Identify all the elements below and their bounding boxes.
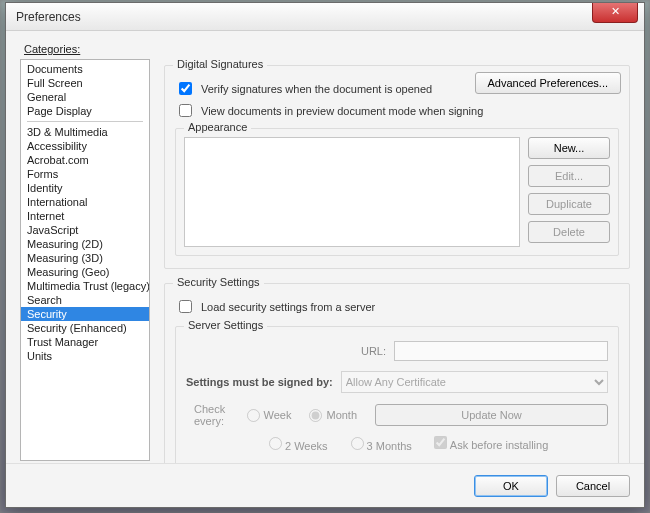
main-panel: Digital Signatures Advanced Preferences.…: [164, 59, 630, 461]
group-heading: Digital Signatures: [173, 58, 267, 70]
sidebar-item[interactable]: Accessibility: [21, 139, 149, 153]
new-appearance-button[interactable]: New...: [528, 137, 610, 159]
ask-before-installing-checkbox[interactable]: [434, 436, 447, 449]
sidebar-item[interactable]: Multimedia Trust (legacy): [21, 279, 149, 293]
security-settings-group: Security Settings Load security settings…: [164, 283, 630, 478]
check-every-label: Check every:: [194, 403, 229, 427]
preferences-dialog: Preferences ✕ Categories: Documents Full…: [5, 2, 645, 508]
url-input[interactable]: [394, 341, 608, 361]
digital-signatures-group: Digital Signatures Advanced Preferences.…: [164, 65, 630, 269]
preview-mode-label: View documents in preview document mode …: [201, 105, 483, 117]
appearance-group: Appearance New... Edit... Duplicate Dele…: [175, 128, 619, 256]
categories-list[interactable]: Documents Full Screen General Page Displ…: [20, 59, 150, 461]
sidebar-item[interactable]: General: [21, 90, 149, 104]
sidebar-item[interactable]: Trust Manager: [21, 335, 149, 349]
interval-3months-radio[interactable]: [351, 437, 364, 450]
advanced-preferences-button[interactable]: Advanced Preferences...: [475, 72, 621, 94]
url-label: URL:: [186, 345, 386, 357]
verify-signatures-label: Verify signatures when the document is o…: [201, 83, 432, 95]
close-button[interactable]: ✕: [592, 3, 638, 23]
sidebar-item[interactable]: Forms: [21, 167, 149, 181]
categories-label: Categories:: [24, 43, 630, 55]
sidebar-item[interactable]: Measuring (Geo): [21, 265, 149, 279]
cancel-button[interactable]: Cancel: [556, 475, 630, 497]
sidebar-item[interactable]: Acrobat.com: [21, 153, 149, 167]
sidebar-item[interactable]: Internet: [21, 209, 149, 223]
sidebar-item[interactable]: 3D & Multimedia: [21, 125, 149, 139]
titlebar: Preferences ✕: [6, 3, 644, 31]
dialog-footer: OK Cancel: [6, 463, 644, 507]
sidebar-item[interactable]: Page Display: [21, 104, 149, 118]
group-heading: Security Settings: [173, 276, 264, 288]
edit-appearance-button[interactable]: Edit...: [528, 165, 610, 187]
sidebar-item[interactable]: Security (Enhanced): [21, 321, 149, 335]
signed-by-select[interactable]: Allow Any Certificate: [341, 371, 608, 393]
update-now-button[interactable]: Update Now: [375, 404, 608, 426]
interval-2weeks-radio[interactable]: [269, 437, 282, 450]
signed-by-label: Settings must be signed by:: [186, 376, 333, 388]
server-settings-label: Server Settings: [184, 319, 267, 331]
sidebar-item[interactable]: Measuring (3D): [21, 251, 149, 265]
window-title: Preferences: [16, 10, 81, 24]
ok-button[interactable]: OK: [474, 475, 548, 497]
delete-appearance-button[interactable]: Delete: [528, 221, 610, 243]
verify-signatures-checkbox[interactable]: [179, 82, 192, 95]
appearance-list[interactable]: [184, 137, 520, 247]
sidebar-item-security[interactable]: Security: [21, 307, 149, 321]
load-from-server-checkbox[interactable]: [179, 300, 192, 313]
preview-mode-checkbox[interactable]: [179, 104, 192, 117]
sidebar-item[interactable]: Units: [21, 349, 149, 363]
sidebar-item[interactable]: Identity: [21, 181, 149, 195]
sidebar-item[interactable]: Measuring (2D): [21, 237, 149, 251]
sidebar-item[interactable]: Documents: [21, 62, 149, 76]
sidebar-item[interactable]: Search: [21, 293, 149, 307]
load-from-server-label: Load security settings from a server: [201, 301, 375, 313]
sidebar-item[interactable]: JavaScript: [21, 223, 149, 237]
interval-month-radio[interactable]: [309, 409, 322, 422]
duplicate-appearance-button[interactable]: Duplicate: [528, 193, 610, 215]
sidebar-item[interactable]: Full Screen: [21, 76, 149, 90]
sidebar-item[interactable]: International: [21, 195, 149, 209]
server-settings-group: Server Settings URL: Settings must be si…: [175, 326, 619, 465]
appearance-label: Appearance: [184, 121, 251, 133]
interval-week-radio[interactable]: [247, 409, 260, 422]
